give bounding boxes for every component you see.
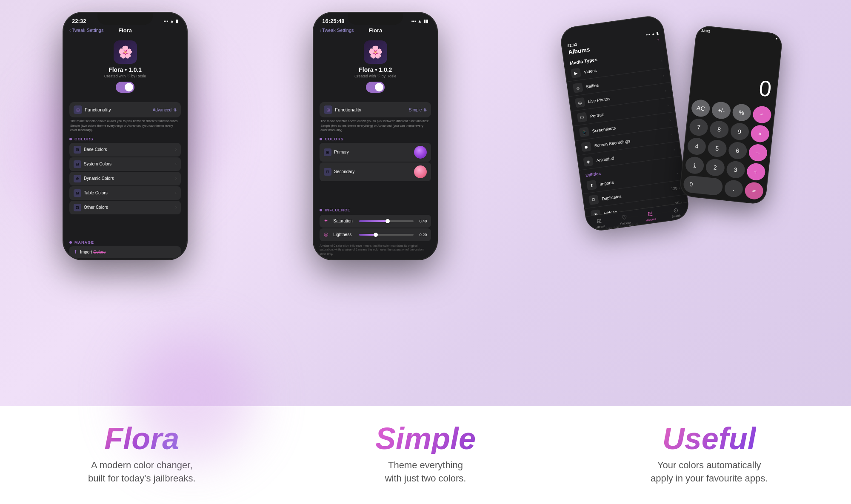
calc-btn-6[interactable]: 6 xyxy=(728,141,748,160)
colors-item-other[interactable]: ⊡ Other Colors › xyxy=(69,201,181,214)
useful-title: Useful xyxy=(663,423,756,454)
calc-btn-3[interactable]: 3 xyxy=(725,160,745,179)
colors-label-dynamic: Dynamic Colors xyxy=(84,176,114,181)
portrait-chevron: › xyxy=(667,103,669,107)
calc-btn-5[interactable]: 5 xyxy=(707,139,727,158)
saturation-label: Saturation xyxy=(333,219,357,223)
phone-screen-2: 16:25:48 ▪▪▪ ▲ ▮▮ ‹ Tweak Settings xyxy=(314,13,437,259)
albums-icon: ⊟ xyxy=(648,210,654,218)
nav-title-2: Flora xyxy=(368,27,382,34)
colors-item-system[interactable]: ⊟ System Colors › xyxy=(69,157,181,171)
app-name-1: Flora • 1.0.1 xyxy=(109,66,142,73)
status-time-2: 16:25:48 xyxy=(322,18,344,24)
phone-section-1: 22:32 ▪▪▪ ▲ ▮ ‹ Tweak Settings F xyxy=(0,13,250,406)
colors-item-table[interactable]: ⊠ Table Colors › xyxy=(69,186,181,200)
status-bar-2: 16:25:48 ▪▪▪ ▲ ▮▮ xyxy=(314,13,437,26)
label-section-useful: Useful Your colors automatically apply i… xyxy=(567,406,851,504)
colors-item-base[interactable]: ⊞ Base Colors › xyxy=(69,143,181,157)
functionality-row-1[interactable]: ⊞ Functionality Advanced ⇅ xyxy=(69,102,181,117)
phone-screen-1: 22:32 ▪▪▪ ▲ ▮ ‹ Tweak Settings F xyxy=(63,13,187,259)
primary-color-preview[interactable] xyxy=(414,146,427,159)
calc-btn-2[interactable]: 2 xyxy=(705,158,725,177)
calc-btn-percent[interactable]: % xyxy=(731,103,751,122)
photos-nav-search[interactable]: ⊙ Search xyxy=(671,206,681,218)
calc-btn-7[interactable]: 7 xyxy=(689,118,709,137)
saturation-value: 0.40 xyxy=(416,219,427,223)
toggle-switch-1[interactable] xyxy=(116,82,134,93)
duplicates-chevron: › xyxy=(679,186,680,190)
status-time-1: 22:32 xyxy=(72,18,86,24)
saturation-track[interactable] xyxy=(359,220,414,222)
colors-dot-2 xyxy=(320,138,322,140)
manage-item-import[interactable]: ⬆ Import Colors xyxy=(69,246,181,258)
colors-header-2: COLORS xyxy=(320,137,431,141)
secondary-color-preview[interactable] xyxy=(414,165,427,178)
func-sort-icon-2: ⇅ xyxy=(423,108,427,112)
photos-nav-for-you[interactable]: ♡ For You xyxy=(619,214,631,225)
colors-item-dynamic[interactable]: ⊛ Dynamic Colors › xyxy=(69,172,181,185)
photos-add-icon[interactable]: + xyxy=(657,37,660,42)
colors-item-primary[interactable]: ⊞ Primary xyxy=(320,143,431,162)
saturation-thumb[interactable] xyxy=(386,219,390,223)
screenshots-icon: 📱 xyxy=(579,127,590,137)
useful-subtitle: Your colors automatically apply in your … xyxy=(651,459,768,485)
for-you-icon: ♡ xyxy=(622,214,628,221)
albums-nav-label: Albums xyxy=(646,217,657,222)
func-sort-icon: ⇅ xyxy=(173,108,177,112)
calc-btn-4[interactable]: 4 xyxy=(687,137,707,156)
colors-item-left-table: ⊠ Table Colors xyxy=(74,189,108,197)
calc-btn-0[interactable]: 0 xyxy=(683,175,723,196)
nav-back-1[interactable]: ‹ Tweak Settings xyxy=(69,28,103,33)
influence-dot xyxy=(320,209,322,211)
labels-row: Flora A modern color changer, built for … xyxy=(0,406,851,504)
calc-btn-divide[interactable]: ÷ xyxy=(752,105,772,124)
animated-icon: ◈ xyxy=(583,156,594,167)
calc-btn-plus-minus[interactable]: +/- xyxy=(711,101,731,120)
app-icon-area-1: 🌸 Flora • 1.0.1 Created with ♡ by Rosie xyxy=(63,36,187,100)
colors-icon-dynamic: ⊛ xyxy=(74,175,81,182)
calc-btn-1[interactable]: 1 xyxy=(685,156,705,175)
calc-btn-subtract[interactable]: − xyxy=(748,143,768,162)
functionality-row-2[interactable]: ⊞ Functionality Simple ⇅ xyxy=(320,102,431,117)
import-label: Import Colors xyxy=(80,250,106,254)
calc-btn-equals[interactable]: = xyxy=(744,181,764,200)
duplicates-icon: ⧉ xyxy=(588,194,599,205)
func-left-1: ⊞ Functionality xyxy=(74,105,111,114)
lightness-thumb[interactable] xyxy=(374,233,378,237)
calc-btn-decimal[interactable]: . xyxy=(724,179,744,198)
simple-subtitle: Theme everything with just two colors. xyxy=(385,459,466,485)
manage-label-1: MANAGE xyxy=(74,240,94,245)
lightness-track[interactable] xyxy=(359,234,414,236)
influence-label: INFLUENCE xyxy=(325,208,351,212)
calc-btn-8[interactable]: 8 xyxy=(709,120,729,139)
description-1: The mode selector above allows you to pi… xyxy=(69,119,181,133)
screen-recordings-chevron: › xyxy=(671,133,673,137)
phone-section-3: 22:33 ▪▪▪ ▲ ▮ Albums + Media Types xyxy=(500,13,851,406)
calc-btn-add[interactable]: + xyxy=(746,162,766,181)
colors-icon-primary: ⊞ xyxy=(324,148,331,156)
func-icon-1: ⊞ xyxy=(74,105,82,114)
colors-item-left-other: ⊡ Other Colors xyxy=(74,204,108,211)
import-underline: Colors xyxy=(93,250,106,254)
app-icon-area-2: 🌸 Flora • 1.0.2 Created with ♡ by Rosie xyxy=(314,36,437,100)
lightness-slider-row: ◎ Lightness 0.20 xyxy=(320,228,431,241)
toggle-switch-2[interactable] xyxy=(366,82,385,93)
nav-back-2[interactable]: ‹ Tweak Settings xyxy=(320,28,354,33)
colors-icon-system: ⊟ xyxy=(74,160,81,168)
calc-btn-ac[interactable]: AC xyxy=(691,99,711,117)
chevron-base: › xyxy=(175,147,177,152)
phones-row: 22:32 ▪▪▪ ▲ ▮ ‹ Tweak Settings F xyxy=(0,0,851,406)
colors-item-secondary[interactable]: ⊟ Secondary xyxy=(320,162,431,181)
live-photos-chevron: › xyxy=(665,88,667,92)
chevron-other: › xyxy=(175,205,177,210)
imports-chevron: › xyxy=(677,171,678,175)
photos-nav-albums[interactable]: ⊟ Albums xyxy=(645,210,657,222)
nav-title-1: Flora xyxy=(118,27,132,34)
app-icon-2: 🌸 xyxy=(364,40,387,64)
calc-btn-9[interactable]: 9 xyxy=(730,122,750,141)
photos-nav-library[interactable]: ⊞ Library xyxy=(594,217,605,229)
saturation-slider-row: ✦ Saturation 0.40 xyxy=(320,215,431,228)
calc-btn-multiply[interactable]: × xyxy=(750,124,770,143)
wifi-icon-2: ▲ xyxy=(417,19,422,23)
duplicates-count: 128 xyxy=(671,186,677,191)
